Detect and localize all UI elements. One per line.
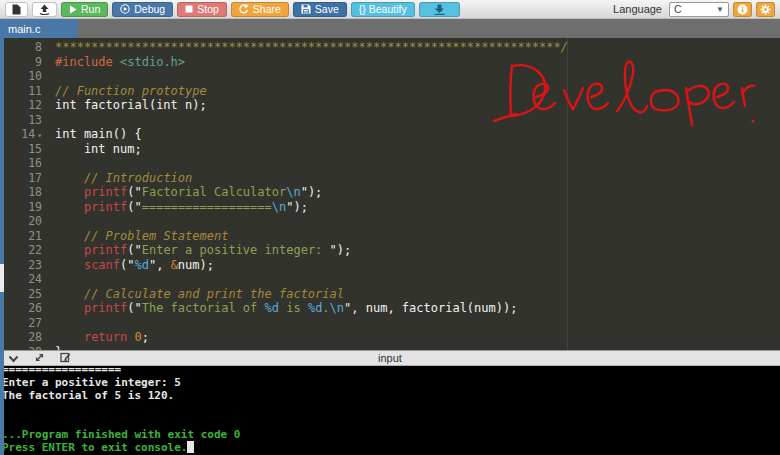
line-number[interactable]: 27	[4, 316, 46, 331]
code-text	[46, 113, 55, 128]
run-button[interactable]: Run	[61, 2, 108, 17]
code-line[interactable]: 28 return 0;	[4, 330, 780, 345]
stop-square-icon	[185, 5, 193, 13]
code-text	[46, 272, 55, 287]
save-floppy-icon	[301, 4, 311, 14]
edit-icon	[60, 349, 71, 367]
code-line[interactable]: 14▾int main() {	[4, 127, 780, 142]
line-number[interactable]: 23	[4, 258, 46, 273]
code-line[interactable]: 22 printf("Enter a positive integer: ");	[4, 243, 780, 258]
console-input-label: input	[0, 352, 780, 364]
debug-button[interactable]: Debug	[112, 2, 173, 17]
open-file-button[interactable]	[32, 2, 57, 17]
line-number[interactable]: 12	[4, 98, 46, 113]
code-text: scanf("%d", &num);	[46, 258, 214, 273]
chevron-down-icon	[8, 349, 19, 367]
code-line[interactable]: 13	[4, 113, 780, 128]
settings-button[interactable]	[756, 2, 775, 17]
line-number[interactable]: 10	[4, 69, 46, 84]
code-text: int num;	[46, 142, 142, 157]
line-number[interactable]: 16	[4, 156, 46, 171]
new-file-button[interactable]	[5, 2, 28, 17]
line-number[interactable]: 25	[4, 287, 46, 302]
console-line: Enter a positive integer: 5	[2, 376, 780, 389]
expand-console-button[interactable]	[34, 349, 45, 367]
code-line[interactable]: 11// Function prototype	[4, 84, 780, 99]
code-text: printf("The factorial of %d is %d.\n", n…	[46, 301, 517, 316]
info-button[interactable]	[733, 2, 752, 17]
upload-icon	[39, 4, 50, 15]
console-line: ==================	[2, 366, 780, 376]
play-icon	[69, 5, 77, 14]
new-file-icon	[12, 4, 21, 15]
line-number[interactable]: 21	[4, 229, 46, 244]
line-number[interactable]: 14▾	[4, 127, 46, 142]
code-line[interactable]: 19 printf("==================\n");	[4, 200, 780, 215]
scrollbar-thumb[interactable]	[0, 264, 4, 292]
code-line[interactable]: 24	[4, 272, 780, 287]
info-icon	[737, 4, 748, 15]
code-line[interactable]: 15 int num;	[4, 142, 780, 157]
toolbar: Run Debug Stop Share Save	[0, 0, 780, 19]
debug-play-circle-icon	[120, 4, 130, 14]
code-text: printf("==================\n");	[46, 200, 308, 215]
line-number[interactable]: 20	[4, 214, 46, 229]
code-text	[46, 214, 55, 229]
line-number[interactable]: 13	[4, 113, 46, 128]
stop-button[interactable]: Stop	[177, 2, 227, 17]
gear-icon	[760, 4, 771, 15]
fold-arrow-icon[interactable]: ▾	[37, 131, 42, 140]
code-line[interactable]: 9#include <stdio.h>	[4, 55, 780, 70]
debug-button-label: Debug	[134, 3, 165, 15]
language-select-value: C	[674, 3, 682, 15]
code-line[interactable]: 16	[4, 156, 780, 171]
line-number[interactable]: 19	[4, 200, 46, 215]
code-line[interactable]: 17 // Introduction	[4, 171, 780, 186]
line-number[interactable]: 22	[4, 243, 46, 258]
console-line: The factorial of 5 is 120.	[2, 389, 780, 402]
code-text: printf("Enter a positive integer: ");	[46, 243, 351, 258]
code-line[interactable]: 20	[4, 214, 780, 229]
line-number[interactable]: 28	[4, 330, 46, 345]
tab-main-c-label: main.c	[8, 23, 40, 35]
code-line[interactable]: 21 // Problem Statement	[4, 229, 780, 244]
console-line	[2, 415, 780, 428]
share-button[interactable]: Share	[231, 2, 289, 17]
code-line[interactable]: 10	[4, 69, 780, 84]
line-number[interactable]: 9	[4, 55, 46, 70]
code-line[interactable]: 26 printf("The factorial of %d is %d.\n"…	[4, 301, 780, 316]
line-number[interactable]: 24	[4, 272, 46, 287]
code-text	[46, 69, 55, 84]
line-number[interactable]: 8	[4, 40, 46, 55]
code-line[interactable]: 23 scanf("%d", &num);	[4, 258, 780, 273]
save-button[interactable]: Save	[293, 2, 347, 17]
code-editor[interactable]: 78**************************************…	[0, 38, 780, 350]
download-button[interactable]	[419, 2, 460, 17]
code-line[interactable]: 18 printf("Factorial Calculator\n");	[4, 185, 780, 200]
console-line: Press ENTER to exit console.	[2, 441, 780, 454]
beautify-button[interactable]: {} Beautify	[351, 2, 415, 17]
share-icon	[239, 4, 249, 14]
line-number[interactable]: 11	[4, 84, 46, 99]
edit-input-button[interactable]	[60, 349, 71, 367]
code-text	[46, 156, 55, 171]
line-number[interactable]: 26	[4, 301, 46, 316]
line-number[interactable]: 15	[4, 142, 46, 157]
left-scrollbar[interactable]	[0, 38, 4, 455]
collapse-console-button[interactable]	[8, 349, 19, 367]
line-number[interactable]: 17	[4, 171, 46, 186]
line-number[interactable]: 18	[4, 185, 46, 200]
code-line[interactable]: 27	[4, 316, 780, 331]
run-button-label: Run	[81, 3, 100, 15]
code-line[interactable]: 25 // Calculate and print the factorial	[4, 287, 780, 302]
code-lines: 78**************************************…	[4, 38, 780, 350]
console-output[interactable]: ==================Enter a positive integ…	[0, 366, 780, 455]
save-button-label: Save	[315, 3, 339, 15]
code-line[interactable]: 12int factorial(int n);	[4, 98, 780, 113]
code-line[interactable]: 8***************************************…	[4, 40, 780, 55]
console-lines: ==================Enter a positive integ…	[2, 366, 780, 454]
code-text: ****************************************…	[46, 40, 568, 55]
download-icon	[434, 4, 445, 15]
tab-main-c[interactable]: main.c	[0, 19, 78, 38]
language-select[interactable]: C ▼	[669, 2, 729, 17]
